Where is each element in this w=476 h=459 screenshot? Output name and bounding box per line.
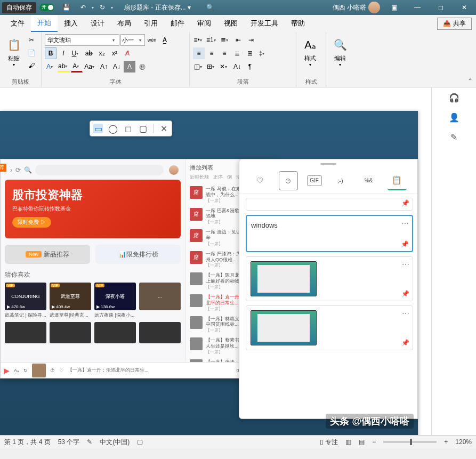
clip-item-3[interactable]: ⋯ 📌 [246,256,413,301]
banner-cta[interactable]: 限时免费 ▷ [12,217,51,228]
clip-drag-handle[interactable] [239,159,417,168]
close-button[interactable]: ✕ [453,0,476,15]
char-border-icon[interactable]: A̲ [159,34,171,46]
shading-icon[interactable]: ◫▾ [193,61,205,73]
save-icon[interactable]: 💾 [61,2,71,13]
minimize-button[interactable]: — [406,0,429,15]
player-play-icon[interactable]: ▶ [4,366,10,375]
zoom-slider[interactable] [383,441,437,443]
inc-indent-icon[interactable]: ⇥ [245,34,257,46]
bold-button[interactable]: B [45,47,57,59]
clip-tab-gif[interactable]: GIF [307,175,322,186]
menu-file[interactable]: 文件 [4,15,31,31]
snip-close-icon[interactable]: ✕ [159,124,168,133]
search-icon[interactable]: 🔍 [205,2,215,13]
strike-button[interactable]: ab̶ [83,47,95,59]
clip-item-1[interactable]: 📌 [246,198,413,211]
cut-icon[interactable]: ✂ [26,34,37,46]
font-color-icon[interactable]: A▾ [71,61,83,73]
player-heart-icon[interactable]: ♡ [59,368,63,373]
thumb-7[interactable] [94,322,136,343]
thumb-8[interactable] [139,322,181,343]
numbering-icon[interactable]: ≡1▾ [206,34,219,46]
pin-icon[interactable]: 📌 [401,199,409,207]
line-spacing-icon[interactable]: ‡▾ [257,47,269,59]
status-page[interactable]: 第 1 页，共 4 页 [4,438,51,447]
sort-icon[interactable]: A↓ [231,61,243,73]
copy-icon[interactable]: 📄 [26,47,37,59]
borders-icon[interactable]: ⊞▾ [206,61,217,73]
maximize-button[interactable]: ◻ [429,0,453,15]
thumb-3[interactable]: VIP深夜小嗒▶ 136.6w远方夜谈 |深夜小... [94,283,136,319]
thumb-5[interactable] [5,322,46,343]
view-web-icon[interactable]: ▤ [359,438,365,446]
snip-free-icon[interactable]: ◯ [108,124,118,133]
clip-tab-kaomoji[interactable]: ;-) [331,171,350,190]
menu-home[interactable]: 开始 [31,15,58,32]
menu-help[interactable]: 帮助 [285,15,311,31]
text-effects-icon[interactable]: A▾ [45,61,57,73]
media-avatar[interactable] [169,165,179,175]
clip-menu-icon[interactable]: ⋯ [402,309,409,318]
tab-rankings[interactable]: 📊 限免排行榜 [95,245,181,264]
status-lang[interactable]: 中文(中国) [100,438,130,447]
nav-refresh-icon[interactable]: ⟳ [15,166,21,174]
shrink-font-icon[interactable]: A↓ [111,61,123,73]
clip-tab-history[interactable]: 📋 [388,171,407,190]
multilevel-icon[interactable]: ≣▾ [220,34,231,46]
view-print-icon[interactable]: ▥ [345,438,351,446]
font-size-select[interactable]: 小一▾ [120,34,145,46]
share-button[interactable]: 📤 共享 [437,18,472,30]
phonetic-icon[interactable]: wén [146,34,158,46]
player-clock-icon[interactable]: ⏱ [50,368,55,373]
clip-menu-icon[interactable]: ⋯ [401,219,409,228]
menu-design[interactable]: 设计 [84,15,111,31]
player-history-icon[interactable]: ↻ [23,368,28,373]
clip-menu-icon[interactable]: ⋯ [402,260,409,269]
player-font-icon[interactable]: Aₐ [14,368,19,373]
clip-item-2[interactable]: windows ⋯ 📌 [246,215,413,252]
clip-tab-emoji[interactable]: ☺ [279,171,298,190]
snip-full-icon[interactable]: ▢ [138,124,148,133]
collapse-ribbon-icon[interactable]: ⌃ [467,77,473,85]
zoom-out-icon[interactable]: − [372,438,376,446]
align-right-icon[interactable]: ≡ [219,47,230,59]
superscript-button[interactable]: x² [109,47,120,59]
menu-view[interactable]: 视图 [217,15,244,31]
show-marks-icon[interactable]: ¶ [244,61,256,73]
avatar[interactable] [368,2,380,13]
nav-fwd-icon[interactable]: › [10,166,12,174]
menu-layout[interactable]: 布局 [111,15,138,31]
thumb-4[interactable]: ... [139,283,181,319]
font-name-select[interactable]: 华文琥珀▾ [45,34,119,46]
redo-icon[interactable]: ↻ [97,2,108,13]
ribbon-mode-icon[interactable]: ▣ [382,0,406,15]
rail-headphones-icon[interactable]: 🎧 [449,93,459,103]
focus-mode[interactable]: ▯ 专注 [320,438,338,447]
zoom-level[interactable]: 120% [455,438,472,446]
player-cover[interactable] [32,364,46,377]
snip-rect-icon[interactable]: ▭ [93,124,103,133]
enclose-char-icon[interactable]: ㊕ [136,61,148,73]
italic-button[interactable]: I [58,47,69,59]
change-case-icon[interactable]: Aa▾ [84,61,97,73]
paste-button[interactable]: 📋粘贴▾ [3,34,25,69]
pin-icon[interactable]: 📌 [401,339,409,347]
pin-icon[interactable]: 📌 [401,240,409,248]
char-shading-icon[interactable]: A [124,61,135,73]
thumb-6[interactable] [50,322,91,343]
thumb-2[interactable]: VIP武道至尊▶ 409.4w武道至尊|经典玄... [50,283,91,319]
menu-review[interactable]: 审阅 [191,15,217,31]
clip-tab-symbols[interactable]: %& [359,171,378,190]
thumb-1[interactable]: VIPCONJURING▶ 470.6w盗墓笔记 | 探险寻... [5,283,46,319]
distribute-icon[interactable]: ⊞ [244,47,256,59]
highlight-icon[interactable]: ab▾ [58,61,70,73]
clip-tab-favorite[interactable]: ♡ [251,171,270,190]
autosave-toggle[interactable]: 开 [39,4,54,11]
status-proof-icon[interactable]: ✎ [87,438,92,446]
status-words[interactable]: 53 个字 [58,438,80,447]
pin-icon[interactable]: 📌 [401,290,409,297]
asian-layout-icon[interactable]: ✕▾ [219,61,230,73]
format-painter-icon[interactable]: 🖌 [26,60,37,71]
align-left-icon[interactable]: ≡ [193,47,205,59]
